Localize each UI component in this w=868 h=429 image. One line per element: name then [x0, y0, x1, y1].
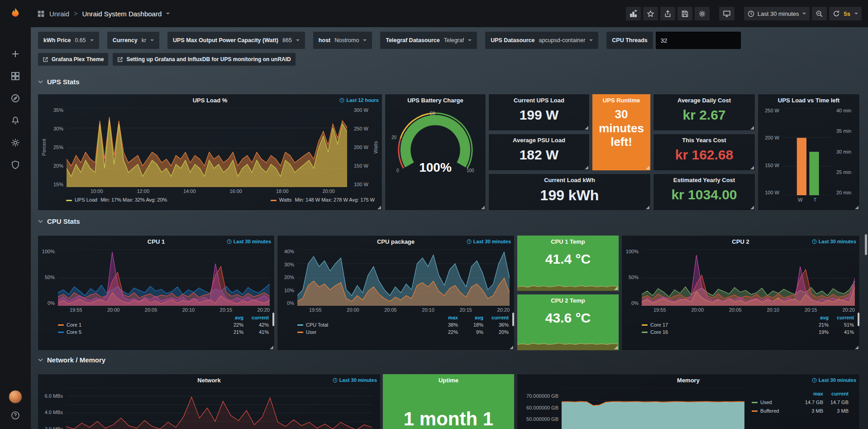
panel-title[interactable]: This Years Cost: [682, 137, 726, 144]
save-button[interactable]: [677, 7, 692, 20]
dashboard-link-ups-monitoring[interactable]: Setting up Grafana and InfluxDB for UPS …: [113, 53, 295, 66]
panel-title[interactable]: Uptime: [439, 377, 458, 384]
add-panel-button[interactable]: [626, 7, 641, 20]
legend-col[interactable]: avg: [458, 315, 483, 320]
stat-value: 1 month 1: [383, 408, 514, 429]
chevron-down-icon[interactable]: [468, 39, 472, 41]
series-name[interactable]: UPS Load: [75, 197, 97, 202]
panel-title[interactable]: UPS Load %: [193, 97, 228, 104]
series-name[interactable]: User: [297, 330, 433, 335]
chevron-down-icon[interactable]: [363, 39, 367, 41]
panel-title[interactable]: Average PSU Load: [513, 137, 565, 144]
sidebar-item-alerting[interactable]: [0, 109, 31, 131]
chevron-down-icon[interactable]: [90, 39, 94, 41]
panel-title[interactable]: Estimated Yearly Cost: [673, 177, 735, 183]
variable-value[interactable]: kr: [142, 37, 146, 43]
variable-value[interactable]: Telegraf: [444, 37, 464, 43]
panel-title[interactable]: UPS Runtime: [603, 97, 640, 104]
y-tick: 30%: [280, 262, 294, 267]
ups-load-chart[interactable]: [67, 108, 351, 187]
series-name[interactable]: Used: [752, 400, 798, 405]
legend-col[interactable]: current: [483, 315, 509, 320]
legend-col[interactable]: current: [243, 315, 269, 320]
share-button[interactable]: [660, 7, 675, 20]
cpu2-chart[interactable]: [642, 249, 856, 306]
breadcrumb-dashboard-title[interactable]: Unraid System Dashboard: [82, 10, 162, 18]
panel-title[interactable]: CPU 1: [148, 238, 165, 245]
refresh-interval-label[interactable]: 5s: [844, 10, 850, 17]
cpu1-chart[interactable]: [58, 249, 271, 306]
sidebar-item-create[interactable]: [0, 43, 31, 65]
series-name[interactable]: Core 5: [58, 330, 218, 335]
panel-title[interactable]: UPS Battery Charge: [407, 97, 463, 104]
chevron-down-icon[interactable]: [589, 39, 593, 41]
panel-title[interactable]: Average Daily Cost: [677, 97, 731, 104]
ups-vs-time-chart[interactable]: [782, 108, 833, 195]
panel-title[interactable]: Network: [197, 377, 220, 384]
legend-col[interactable]: current: [829, 315, 854, 320]
graph-legend: UPS LoadMin: 17% Max: 32% Avg: 20% Watts…: [38, 194, 382, 202]
legend-col[interactable]: max: [798, 391, 823, 396]
panel-title[interactable]: Current Load kWh: [544, 177, 595, 183]
legend-scrollbar[interactable]: [512, 313, 514, 326]
panel-title[interactable]: CPU package: [377, 238, 415, 245]
network-chart[interactable]: [66, 388, 377, 429]
legend-col[interactable]: current: [823, 391, 849, 396]
row-header-cpu-stats[interactable]: CPU Stats: [38, 217, 80, 225]
panel-title[interactable]: Current UPS Load: [514, 97, 564, 104]
row-header-ups-stats[interactable]: UPS Stats: [38, 78, 80, 86]
breadcrumb-folder[interactable]: Unraid: [49, 10, 69, 18]
sidebar-item-explore[interactable]: [0, 87, 31, 109]
link-label: Grafana Plex Theme: [52, 56, 104, 63]
panel-title[interactable]: Memory: [677, 377, 700, 384]
variable-value[interactable]: 865: [282, 37, 292, 43]
cycle-view-mode-button[interactable]: [719, 7, 734, 20]
legend-scrollbar[interactable]: [272, 313, 274, 326]
row-header-network-memory[interactable]: Network / Memory: [38, 356, 105, 364]
legend-header: avg current: [642, 315, 854, 320]
panel-network-graph: Network Last 30 minutes 6.0 MBs 4.0 MBs …: [38, 374, 380, 429]
panel-title[interactable]: CPU 2: [732, 238, 749, 245]
temp-sparkline: [517, 335, 619, 350]
legend-value: 42%: [243, 323, 269, 328]
dashboard-settings-button[interactable]: [695, 7, 710, 20]
series-name[interactable]: Core 16: [642, 330, 803, 335]
sidebar-item-help[interactable]: [0, 406, 31, 424]
series-name[interactable]: Buffered: [752, 409, 798, 414]
legend-col[interactable]: avg: [803, 315, 829, 320]
panel-title[interactable]: CPU 2 Temp: [551, 297, 585, 304]
variable-value[interactable]: 0.65: [75, 37, 86, 43]
chevron-down-icon[interactable]: [166, 13, 170, 14]
sidebar-item-configuration[interactable]: [0, 131, 31, 154]
legend-col[interactable]: avg: [218, 315, 243, 320]
legend-col[interactable]: max: [433, 315, 458, 320]
series-name[interactable]: CPU Total: [297, 323, 433, 328]
chevron-down-icon[interactable]: [854, 13, 858, 14]
chevron-down-icon[interactable]: [150, 39, 154, 41]
grafana-logo[interactable]: [0, 0, 31, 27]
cpu-threads-input[interactable]: [656, 32, 741, 49]
series-name[interactable]: Core 1: [58, 323, 218, 328]
memory-chart[interactable]: [562, 388, 744, 429]
x-tick: 20:00: [347, 308, 359, 313]
variable-value[interactable]: apcupsd-container: [539, 37, 585, 43]
refresh-button[interactable]: 5s: [829, 7, 862, 20]
dashboard-link-plex-theme[interactable]: Grafana Plex Theme: [38, 53, 108, 66]
panel-title[interactable]: UPS Load vs Time left: [778, 97, 839, 104]
x-tick: 20:15: [459, 308, 472, 313]
series-name[interactable]: Core 17: [642, 323, 803, 328]
page-scrollbar[interactable]: [865, 234, 867, 255]
avatar[interactable]: [9, 390, 22, 404]
y-tick: 50.000000 GB: [526, 417, 558, 422]
cpu-package-chart[interactable]: [297, 249, 510, 306]
sidebar-item-dashboards[interactable]: [0, 65, 31, 87]
variable-value[interactable]: Nostromo: [334, 37, 359, 43]
panel-title[interactable]: CPU 1 Temp: [551, 238, 585, 245]
series-name[interactable]: Watts: [279, 197, 292, 202]
legend-scrollbar[interactable]: [858, 313, 859, 326]
favorite-button[interactable]: [643, 7, 658, 20]
sidebar-item-server-admin[interactable]: [0, 154, 31, 176]
chevron-down-icon[interactable]: [296, 39, 300, 41]
time-range-picker[interactable]: Last 30 minutes: [744, 7, 810, 20]
zoom-out-button[interactable]: [812, 7, 827, 20]
